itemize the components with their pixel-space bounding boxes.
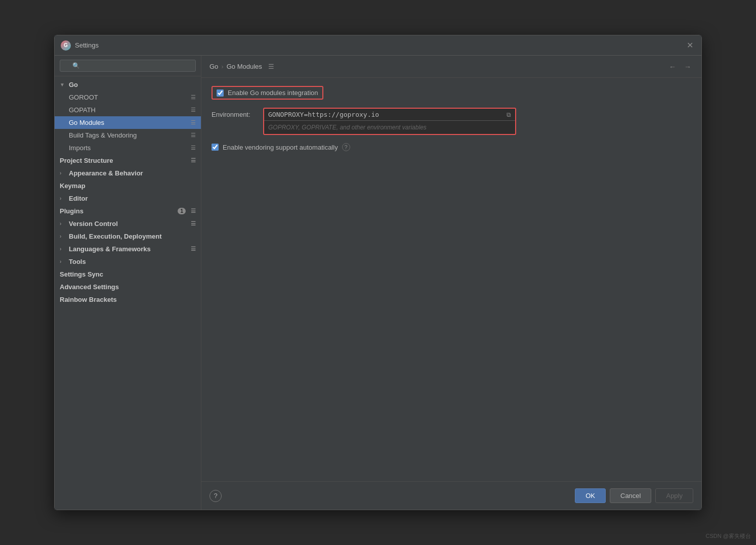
cancel-button[interactable]: Cancel — [610, 488, 651, 503]
nav-back-button[interactable]: ← — [667, 62, 678, 72]
sidebar-item-advanced-settings-label: Advanced Settings — [60, 283, 119, 291]
plugins-icon: ☰ — [191, 208, 196, 214]
sidebar-item-imports-label: Imports — [69, 144, 91, 152]
sidebar-item-appearance-behavior[interactable]: › Appearance & Behavior — [55, 167, 201, 179]
build-tags-icon: ☰ — [191, 132, 196, 139]
main-content: 🔍 ▼ Go GOROOT ☰ GOPATH ☰ — [55, 56, 701, 510]
sidebar-item-build-execution-label: Build, Execution, Deployment — [69, 233, 161, 240]
sidebar-item-version-control[interactable]: › Version Control ☰ — [55, 217, 201, 230]
chevron-lang-icon: › — [60, 246, 66, 252]
go-modules-icon: ☰ — [191, 119, 196, 126]
bottom-left: ? — [209, 490, 222, 502]
vendoring-help-icon[interactable]: ? — [342, 143, 350, 151]
sidebar-item-go-modules-label: Go Modules — [69, 119, 104, 126]
languages-icon: ☰ — [191, 246, 196, 252]
project-structure-icon: ☰ — [191, 157, 196, 164]
sidebar-item-advanced-settings[interactable]: Advanced Settings — [55, 281, 201, 293]
sidebar-item-project-structure-label: Project Structure — [60, 157, 113, 164]
enable-modules-highlight: Enable Go modules integration — [212, 86, 323, 100]
sidebar-item-languages-frameworks[interactable]: › Languages & Frameworks ☰ — [55, 243, 201, 255]
window-title: Settings — [75, 41, 99, 49]
search-box: 🔍 — [55, 56, 201, 76]
plugins-badge: 1 — [178, 208, 186, 214]
sidebar-item-project-structure[interactable]: Project Structure ☰ — [55, 154, 201, 167]
goroot-icon: ☰ — [191, 94, 196, 101]
sidebar-item-build-tags[interactable]: Build Tags & Vendoring ☰ — [55, 129, 201, 142]
right-panel: Go › Go Modules ☰ ← → Enable Go modules … — [201, 56, 701, 510]
sidebar-item-version-control-label: Version Control — [69, 220, 118, 228]
env-input-top: ⧉ — [264, 109, 515, 121]
breadcrumb: Go › Go Modules ☰ — [209, 63, 274, 70]
environment-value-input[interactable] — [268, 111, 507, 118]
sidebar-item-plugins-label: Plugins — [60, 207, 83, 215]
sidebar-item-editor-label: Editor — [69, 195, 88, 202]
enable-modules-checkbox[interactable] — [217, 89, 224, 97]
sidebar: 🔍 ▼ Go GOROOT ☰ GOPATH ☰ — [55, 56, 201, 510]
copy-icon[interactable]: ⧉ — [507, 111, 511, 118]
sidebar-item-go[interactable]: ▼ Go — [55, 78, 201, 91]
sidebar-item-goroot[interactable]: GOROOT ☰ — [55, 91, 201, 104]
nav-forward-button[interactable]: → — [682, 62, 693, 72]
help-button[interactable]: ? — [209, 490, 222, 502]
sidebar-item-rainbow-brackets[interactable]: Rainbow Brackets — [55, 293, 201, 306]
sidebar-item-plugins[interactable]: Plugins 1 ☰ — [55, 205, 201, 217]
panel-body: Enable Go modules integration Environmen… — [201, 78, 701, 481]
sidebar-item-go-modules[interactable]: Go Modules ☰ — [55, 116, 201, 129]
bottom-right: OK Cancel Apply — [575, 488, 693, 503]
gopath-icon: ☰ — [191, 107, 196, 113]
sidebar-item-imports[interactable]: Imports ☰ — [55, 142, 201, 154]
sidebar-item-languages-frameworks-label: Languages & Frameworks — [69, 245, 151, 253]
enable-modules-row: Enable Go modules integration — [212, 86, 691, 100]
close-button[interactable]: ✕ — [685, 40, 695, 51]
search-wrapper: 🔍 — [60, 60, 196, 72]
sidebar-item-keymap-label: Keymap — [60, 182, 86, 190]
sidebar-item-keymap[interactable]: Keymap — [55, 179, 201, 192]
chevron-build-icon: › — [60, 234, 66, 239]
nav-list: ▼ Go GOROOT ☰ GOPATH ☰ Go Modules ☰ Buil… — [55, 76, 201, 510]
breadcrumb-separator: › — [221, 63, 223, 70]
breadcrumb-icon: ☰ — [268, 63, 274, 70]
sidebar-item-settings-sync-label: Settings Sync — [60, 270, 103, 278]
sidebar-item-go-label: Go — [69, 81, 78, 88]
environment-section: Environment: ⧉ GOPROXY, GOPRIVATE, and o… — [212, 108, 691, 135]
search-input[interactable] — [60, 60, 196, 72]
sidebar-item-editor[interactable]: › Editor — [55, 192, 201, 205]
panel-header: Go › Go Modules ☰ ← → — [201, 56, 701, 78]
sidebar-item-appearance-behavior-label: Appearance & Behavior — [69, 169, 143, 177]
sidebar-item-gopath[interactable]: GOPATH ☰ — [55, 104, 201, 116]
environment-input-area: ⧉ GOPROXY, GOPRIVATE, and other environm… — [263, 108, 516, 135]
breadcrumb-parent: Go — [209, 63, 218, 70]
chevron-tools-icon: › — [60, 259, 66, 264]
sidebar-item-settings-sync[interactable]: Settings Sync — [55, 268, 201, 281]
ok-button[interactable]: OK — [575, 488, 606, 503]
sidebar-item-goroot-label: GOROOT — [69, 94, 98, 101]
apply-button[interactable]: Apply — [655, 488, 693, 503]
vc-icon: ☰ — [191, 220, 196, 227]
title-bar: G Settings ✕ — [55, 35, 701, 56]
chevron-editor-icon: › — [60, 196, 66, 201]
sidebar-item-build-execution[interactable]: › Build, Execution, Deployment — [55, 230, 201, 243]
imports-icon: ☰ — [191, 145, 196, 151]
sidebar-item-tools[interactable]: › Tools — [55, 255, 201, 268]
enable-modules-label: Enable Go modules integration — [228, 89, 318, 97]
chevron-go-icon: ▼ — [60, 82, 66, 87]
environment-placeholder: GOPROXY, GOPRIVATE, and other environmen… — [264, 121, 515, 134]
app-icon: G — [61, 40, 71, 51]
watermark: CSDN @雾失楼台 — [706, 532, 751, 540]
title-bar-left: G Settings — [61, 40, 99, 51]
vendoring-checkbox[interactable] — [212, 144, 219, 151]
vendoring-label: Enable vendoring support automatically — [223, 144, 338, 151]
environment-label: Environment: — [212, 108, 257, 118]
bottom-bar: ? OK Cancel Apply — [201, 481, 701, 510]
settings-dialog: G Settings ✕ 🔍 ▼ Go GOROOT — [54, 35, 702, 510]
chevron-vc-icon: › — [60, 221, 66, 226]
breadcrumb-current: Go Modules — [227, 63, 262, 70]
panel-nav-icons: ← → — [667, 62, 693, 72]
chevron-appearance-icon: › — [60, 170, 66, 176]
sidebar-item-gopath-label: GOPATH — [69, 106, 96, 114]
sidebar-item-rainbow-brackets-label: Rainbow Brackets — [60, 296, 117, 303]
sidebar-item-build-tags-label: Build Tags & Vendoring — [69, 131, 137, 139]
sidebar-item-tools-label: Tools — [69, 258, 86, 265]
vendoring-row: Enable vendoring support automatically ? — [212, 143, 691, 151]
